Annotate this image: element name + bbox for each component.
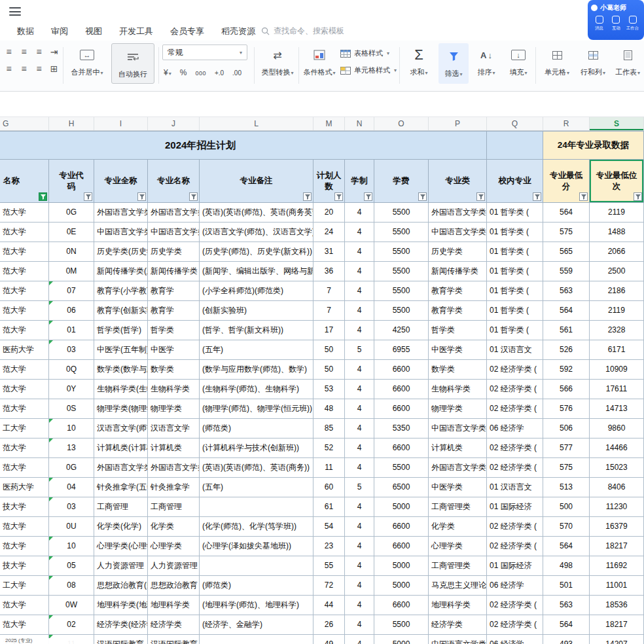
cell[interactable]: 49	[313, 635, 345, 644]
cell[interactable]: 中国语言文学类	[429, 635, 487, 644]
cell[interactable]: (哲学、哲学(新文科班))	[200, 321, 313, 340]
cell[interactable]: 6955	[374, 340, 429, 360]
cell[interactable]: 哲学类(哲学)	[94, 321, 148, 340]
cell[interactable]: 范大学	[0, 615, 49, 635]
cell[interactable]: 13	[49, 438, 94, 458]
cell[interactable]: 医药大学	[0, 478, 49, 497]
sheet-tab[interactable]: 2025 (专业)	[0, 638, 92, 644]
cell[interactable]	[200, 497, 313, 517]
cell[interactable]: 6600	[374, 438, 429, 458]
cell[interactable]: 5500	[374, 242, 429, 262]
assistant-action-3[interactable]: 工作台	[624, 16, 641, 31]
cell[interactable]: 针灸推拿学(五年制)	[94, 478, 148, 497]
cell[interactable]: 经济学类(经济学)	[94, 615, 148, 635]
cell[interactable]: 哲学类	[429, 321, 487, 340]
cell[interactable]: 历史学类(历史学)	[94, 242, 148, 262]
cell[interactable]: 新闻传播学类	[429, 262, 487, 281]
field-header-2[interactable]: 专业代 码	[49, 160, 94, 203]
cell[interactable]: 26	[313, 615, 345, 635]
column-letter-P[interactable]: P	[429, 117, 487, 130]
cell[interactable]: 汉语言文学(师范类)	[94, 419, 148, 438]
cell[interactable]: 561	[543, 321, 590, 340]
cell[interactable]: 02 经济学类 (	[487, 380, 543, 399]
cell[interactable]: 化学类	[429, 517, 487, 537]
cell[interactable]: 范大学	[0, 281, 49, 301]
cell[interactable]: 01 哲学类 (	[487, 321, 543, 340]
cell[interactable]: 数学类(数学与应用数学)	[94, 360, 148, 380]
cell[interactable]: 范大学	[0, 223, 49, 242]
cell[interactable]: 564	[543, 615, 590, 635]
cell[interactable]: 50	[313, 340, 345, 360]
cell[interactable]: 5500	[374, 203, 429, 223]
cell[interactable]: 工商管理类	[429, 556, 487, 576]
field-header-9[interactable]: 专业类	[429, 160, 487, 203]
cell[interactable]: 575	[543, 458, 590, 478]
filter-dropdown-icon[interactable]	[189, 192, 198, 201]
assistant-action-1[interactable]: 消息	[591, 16, 607, 31]
cell[interactable]: 01 哲学类 (	[487, 281, 543, 301]
cell[interactable]: 教育学类	[429, 301, 487, 321]
cell[interactable]: 5	[345, 478, 374, 497]
cell[interactable]: 61	[313, 497, 345, 517]
cell[interactable]: 技大学	[0, 497, 49, 517]
cell[interactable]: 生物科学类	[148, 380, 200, 399]
menu-item-5[interactable]: 开发工具	[119, 26, 153, 37]
cell[interactable]: 02 经济学类 (	[487, 360, 543, 380]
cell[interactable]: 4	[345, 281, 374, 301]
worksheet-button[interactable]: 工作表▾	[611, 45, 644, 77]
cell[interactable]: 5500	[374, 615, 429, 635]
number-format-select[interactable]: 常规▾	[162, 45, 247, 60]
cell[interactable]: 教育学	[148, 281, 200, 301]
cell[interactable]: 范大学	[0, 321, 49, 340]
column-letter-J[interactable]: J	[148, 117, 200, 130]
cell[interactable]: 4	[345, 203, 374, 223]
menu-item-6[interactable]: 会员专享	[170, 26, 204, 37]
cell[interactable]: 0W	[49, 596, 94, 615]
cell[interactable]: 物理学类	[148, 399, 200, 419]
cell[interactable]: 4	[345, 301, 374, 321]
cell[interactable]: 02	[49, 615, 94, 635]
cell[interactable]: 559	[543, 262, 590, 281]
cell[interactable]: 0S	[49, 399, 94, 419]
cell[interactable]: 外国语言文学类(英语)	[94, 458, 148, 478]
cell[interactable]: 汉语国际教育	[94, 635, 148, 644]
cell[interactable]: 新闻传播学类	[148, 262, 200, 281]
align-left-icon[interactable]: ≡	[6, 64, 11, 73]
cell[interactable]: 5500	[374, 281, 429, 301]
filter-dropdown-icon[interactable]	[533, 192, 541, 201]
cell[interactable]: 4	[345, 438, 374, 458]
cell[interactable]: 4	[345, 223, 374, 242]
borders-icon[interactable]: ⊞	[50, 64, 58, 73]
cell[interactable]: 教育学	[148, 301, 200, 321]
filter-dropdown-icon[interactable]	[418, 192, 427, 201]
cell[interactable]: 16379	[590, 517, 644, 537]
cell[interactable]	[200, 635, 313, 644]
cell[interactable]: 外国语言文学类(英语)	[94, 203, 148, 223]
cell[interactable]: 4	[345, 615, 374, 635]
cell[interactable]: 技大学	[0, 556, 49, 576]
cell[interactable]: 01 哲学类 (	[487, 223, 543, 242]
cell[interactable]: 汉语言文学	[148, 419, 200, 438]
cell[interactable]: 0G	[49, 458, 94, 478]
cell[interactable]: 4250	[374, 321, 429, 340]
cell[interactable]: 06 经济学	[487, 576, 543, 596]
column-letter-L[interactable]: L	[200, 117, 313, 130]
cell[interactable]: 工商管理	[94, 497, 148, 517]
filter-dropdown-icon[interactable]	[476, 192, 485, 201]
cell[interactable]: 15023	[590, 458, 644, 478]
cell[interactable]: 01 哲学类 (	[487, 262, 543, 281]
cell[interactable]: (英语)(英语(师范)、英语(商务英语))	[200, 203, 313, 223]
cell[interactable]: 10909	[590, 360, 644, 380]
cell[interactable]: 48	[313, 399, 345, 419]
valign-bottom-icon[interactable]: ≡	[36, 47, 41, 56]
cell[interactable]: 2186	[590, 281, 644, 301]
cell[interactable]: 教育学类	[429, 281, 487, 301]
cell[interactable]: 2066	[590, 242, 644, 262]
cell[interactable]: 44	[313, 596, 345, 615]
cell[interactable]: 心理学类	[429, 537, 487, 556]
cell[interactable]: 6600	[374, 380, 429, 399]
cell[interactable]: 01 国际经济	[487, 556, 543, 576]
cell[interactable]: 0E	[49, 223, 94, 242]
cell[interactable]: 02 经济学类 (	[487, 399, 543, 419]
cell[interactable]: 6600	[374, 399, 429, 419]
